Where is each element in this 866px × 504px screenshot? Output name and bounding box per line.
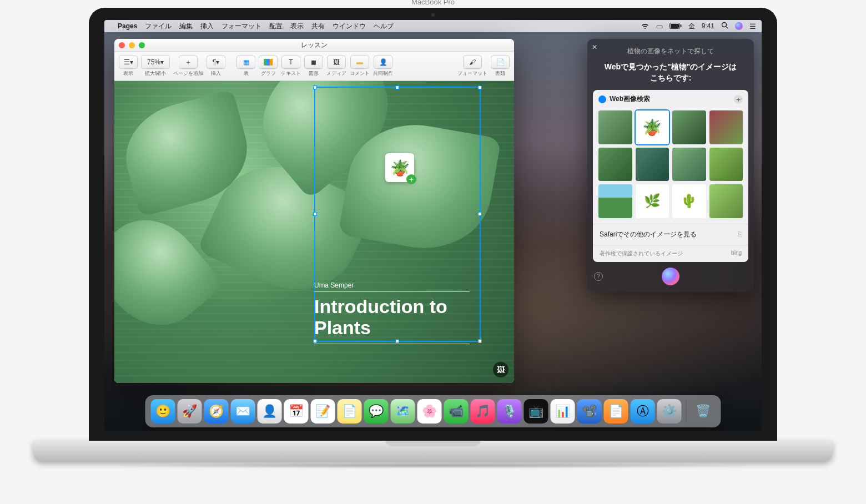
- dock-podcasts[interactable]: 🎙️: [497, 399, 522, 424]
- dock-reminders[interactable]: 📝: [311, 399, 335, 424]
- dock-messages[interactable]: 💬: [364, 399, 389, 424]
- media-button[interactable]: 🖼: [327, 56, 346, 69]
- minimize-button[interactable]: [129, 42, 135, 48]
- dock-numbers[interactable]: 📊: [551, 399, 575, 424]
- zoom-button[interactable]: [139, 42, 145, 48]
- dock-pages[interactable]: 📄: [604, 399, 628, 424]
- svg-rect-2: [680, 24, 681, 27]
- dock-appstore[interactable]: Ⓐ: [631, 399, 655, 424]
- screen-bezel: Pages ファイル 編集 挿入 フォーマット 配置 表示 共有 ウインドウ ヘ…: [89, 8, 777, 441]
- menu-arrange[interactable]: 配置: [269, 22, 283, 31]
- dock-tv[interactable]: 📺: [524, 399, 548, 424]
- titlebar[interactable]: レッスン: [114, 39, 514, 52]
- image-result[interactable]: 🌿: [636, 184, 669, 218]
- dock-finder[interactable]: 🙂: [151, 399, 175, 424]
- image-result[interactable]: [636, 148, 669, 182]
- dock-photos[interactable]: 🌸: [417, 399, 442, 424]
- image-placeholder-icon[interactable]: 🖼: [493, 362, 508, 377]
- image-result-selected[interactable]: 🪴: [636, 110, 669, 144]
- plant-icon: 🪴: [390, 159, 410, 177]
- menu-insert[interactable]: 挿入: [200, 22, 214, 31]
- close-button[interactable]: [119, 42, 125, 48]
- table-button[interactable]: ▦: [236, 56, 255, 69]
- menu-help[interactable]: ヘルプ: [374, 22, 394, 31]
- menu-format[interactable]: フォーマット: [221, 22, 261, 31]
- comment-button[interactable]: ▬: [350, 56, 369, 69]
- image-result[interactable]: [709, 184, 743, 218]
- resize-handle[interactable]: [478, 212, 482, 216]
- laptop-notch: [386, 441, 480, 446]
- chart-button[interactable]: [259, 56, 278, 69]
- siri-menubar-icon[interactable]: [735, 22, 743, 30]
- add-page-button[interactable]: ＋: [179, 56, 198, 69]
- dock-facetime[interactable]: 📹: [444, 399, 469, 424]
- wifi-icon[interactable]: [641, 22, 650, 31]
- pin-result-button[interactable]: ＋: [734, 95, 743, 104]
- collaborate-button[interactable]: 👤: [374, 56, 392, 69]
- open-in-safari-link[interactable]: Safariでその他のイメージを見る ⎘: [593, 224, 748, 245]
- svg-point-3: [722, 23, 727, 27]
- battery-icon[interactable]: [669, 22, 682, 31]
- menu-edit[interactable]: 編集: [179, 22, 193, 31]
- text-button[interactable]: T: [281, 56, 300, 69]
- image-result[interactable]: [709, 148, 743, 182]
- menubar-time[interactable]: 9:41: [702, 22, 714, 30]
- siri-response-text: Webで見つかった"植物"のイメージはこちらです:: [587, 59, 754, 90]
- image-result[interactable]: 🌵: [672, 184, 706, 218]
- dock-safari[interactable]: 🧭: [204, 399, 229, 424]
- format-button[interactable]: 🖌: [463, 56, 482, 69]
- add-badge-icon: +: [406, 174, 416, 184]
- spotlight-icon[interactable]: [721, 22, 728, 31]
- resize-handle[interactable]: [313, 85, 317, 89]
- dragged-image-thumb[interactable]: 🪴 +: [385, 153, 414, 182]
- notification-center-icon[interactable]: ☰: [749, 22, 756, 31]
- siri-orb-icon[interactable]: [662, 268, 679, 285]
- laptop-base: [33, 441, 833, 462]
- insert-button[interactable]: ¶▾: [207, 56, 225, 69]
- dock-keynote[interactable]: 📽️: [577, 399, 602, 424]
- dock-maps[interactable]: 🗺️: [391, 399, 415, 424]
- dock-settings[interactable]: ⚙️: [657, 399, 682, 424]
- resize-handle[interactable]: [313, 212, 317, 216]
- dock-music[interactable]: 🎵: [471, 399, 495, 424]
- document-button[interactable]: 📄: [491, 56, 510, 69]
- menu-share[interactable]: 共有: [311, 22, 325, 31]
- dock-trash[interactable]: 🗑️: [691, 399, 716, 424]
- dock-notes[interactable]: 📄: [338, 399, 362, 424]
- image-result[interactable]: [672, 110, 706, 144]
- laptop-brand-label: MacBook Pro: [33, 0, 833, 6]
- dock-calendar[interactable]: 📅: [284, 399, 309, 424]
- document-author[interactable]: Urna Semper: [314, 281, 470, 292]
- dock-mail[interactable]: ✉️: [231, 399, 255, 424]
- menubar-day[interactable]: 金: [688, 22, 695, 31]
- menu-window[interactable]: ウインドウ: [333, 22, 366, 31]
- image-result[interactable]: [598, 184, 632, 218]
- laptop-frame: Pages ファイル 編集 挿入 フォーマット 配置 表示 共有 ウインドウ ヘ…: [33, 8, 833, 496]
- siri-panel: ✕ 植物の画像をネットで探して Webで見つかった"植物"のイメージはこちらです…: [587, 39, 754, 292]
- resize-handle[interactable]: [478, 339, 482, 343]
- image-results-grid: 🪴 🌿 🌵: [593, 108, 748, 224]
- resize-handle[interactable]: [395, 85, 399, 89]
- image-result[interactable]: [598, 148, 632, 182]
- shape-button[interactable]: ◼: [304, 56, 323, 69]
- app-menu[interactable]: Pages: [118, 22, 137, 30]
- dock-contacts[interactable]: 👤: [258, 399, 282, 424]
- document-canvas[interactable]: 🪴 + Urna Semper Introduction to Plants 🖼: [114, 81, 514, 383]
- dock-launchpad[interactable]: 🚀: [178, 399, 202, 424]
- image-result[interactable]: [709, 110, 743, 144]
- document-title[interactable]: Introduction to Plants: [314, 296, 470, 344]
- screen: Pages ファイル 編集 挿入 フォーマット 配置 表示 共有 ウインドウ ヘ…: [104, 20, 762, 431]
- dock: 🙂🚀🧭✉️👤📅📝📄💬🗺️🌸📹🎵🎙️📺📊📽️📄Ⓐ⚙️🗑️: [145, 395, 721, 427]
- siri-close-button[interactable]: ✕: [592, 43, 601, 52]
- siri-help-button[interactable]: ?: [594, 272, 603, 281]
- resize-handle[interactable]: [478, 85, 482, 89]
- window-title: レッスン: [114, 41, 514, 50]
- menu-file[interactable]: ファイル: [145, 22, 172, 31]
- airplay-icon[interactable]: ▭: [656, 22, 663, 31]
- siri-query-text: 植物の画像をネットで探して: [587, 39, 754, 59]
- view-button[interactable]: ☰▾: [119, 56, 138, 69]
- menu-view[interactable]: 表示: [290, 22, 304, 31]
- image-result[interactable]: [672, 148, 706, 182]
- zoom-select[interactable]: 75% ▾: [141, 56, 170, 69]
- image-result[interactable]: [598, 110, 632, 144]
